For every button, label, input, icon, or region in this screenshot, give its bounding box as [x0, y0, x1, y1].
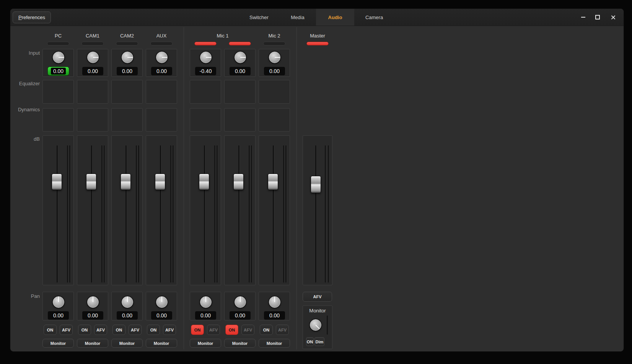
fader-handle[interactable] [268, 174, 278, 190]
input-gain-value[interactable]: -0.40 [195, 67, 216, 75]
monitor-button[interactable]: Monitor [224, 339, 256, 348]
input-gain-value[interactable]: 0.00 [151, 67, 172, 75]
input-gain-knob[interactable] [156, 52, 168, 63]
afv-button[interactable]: AFV [241, 325, 254, 335]
dynamics-panel[interactable] [111, 108, 143, 132]
pan-panel: 0.00 [259, 292, 290, 320]
fader-handle[interactable] [155, 174, 165, 190]
tab-camera[interactable]: Camera [355, 9, 393, 26]
fader-handle[interactable] [86, 174, 96, 190]
minimize-button[interactable] [580, 14, 586, 20]
afv-button[interactable]: AFV [94, 325, 107, 335]
level-meter-right [69, 145, 70, 283]
dynamics-panel[interactable] [77, 108, 108, 132]
input-gain-knob[interactable] [235, 52, 246, 63]
monitor-button[interactable]: Monitor [42, 339, 74, 348]
channel-active-indicator [116, 42, 138, 46]
fader-handle[interactable] [121, 174, 131, 190]
pan-text: 0.00 [195, 311, 216, 320]
afv-button[interactable]: AFV [276, 325, 289, 335]
dynamics-panel[interactable] [42, 108, 74, 132]
pan-value[interactable]: 0.00 [230, 311, 251, 320]
fader-handle[interactable] [199, 174, 209, 190]
pan-value[interactable]: 0.00 [82, 311, 103, 320]
monitor-button[interactable]: Monitor [111, 339, 143, 348]
master-fader-handle[interactable] [311, 176, 321, 193]
channel-active-indicator [263, 42, 285, 46]
equalizer-panel[interactable] [111, 80, 143, 104]
equalizer-panel[interactable] [77, 80, 108, 104]
on-button[interactable]: ON [78, 325, 91, 335]
on-button[interactable]: ON [225, 325, 238, 335]
input-gain-text: 0.00 [82, 67, 103, 75]
equalizer-panel[interactable] [259, 80, 290, 104]
fader-panel [190, 135, 221, 285]
monitor-button[interactable]: Monitor [190, 339, 221, 348]
monitor-button[interactable]: Monitor [259, 339, 290, 348]
on-button[interactable]: ON [44, 325, 57, 335]
pan-value[interactable]: 0.00 [48, 311, 69, 320]
dynamics-panel[interactable] [190, 108, 221, 132]
knob-pointer [93, 297, 93, 302]
channel-strip-pc: 0.00 0.00 ON AFV Monitor [42, 9, 74, 351]
close-button[interactable] [610, 14, 616, 20]
on-button[interactable]: ON [147, 325, 160, 335]
dynamics-panel[interactable] [146, 108, 177, 132]
maximize-button[interactable] [595, 14, 601, 20]
equalizer-panel[interactable] [224, 80, 256, 104]
on-button[interactable]: ON [260, 325, 273, 335]
knob-pointer [93, 57, 98, 58]
pan-knob[interactable] [235, 296, 246, 308]
equalizer-panel[interactable] [190, 80, 221, 104]
input-gain-panel: 0.00 [259, 49, 290, 77]
on-button[interactable]: ON [112, 325, 125, 335]
afv-button[interactable]: AFV [207, 325, 220, 335]
input-gain-panel: 0.00 [77, 49, 108, 77]
pan-value[interactable]: 0.00 [117, 311, 138, 320]
equalizer-panel[interactable] [146, 80, 177, 104]
pan-knob[interactable] [200, 296, 212, 308]
pan-value[interactable]: 0.00 [151, 311, 172, 320]
afv-button[interactable]: AFV [163, 325, 176, 335]
master-afv-button[interactable]: AFV [303, 292, 332, 302]
level-meter-left [214, 145, 215, 283]
dynamics-panel[interactable] [224, 108, 256, 132]
row-label-db: dB [14, 136, 40, 142]
fader-handle[interactable] [233, 174, 244, 190]
pan-value[interactable]: 0.00 [195, 311, 216, 320]
pan-value[interactable]: 0.00 [264, 311, 285, 320]
input-gain-value[interactable]: 0.00 [264, 67, 285, 75]
dynamics-panel[interactable] [259, 108, 290, 132]
pan-text: 0.00 [48, 311, 69, 320]
monitor-volume-knob[interactable] [310, 319, 321, 331]
fader-handle[interactable] [52, 174, 62, 190]
fader-panel [111, 135, 143, 285]
pan-knob[interactable] [53, 296, 64, 308]
tab-audio[interactable]: Audio [316, 9, 354, 26]
input-gain-knob[interactable] [122, 52, 133, 63]
input-gain-value[interactable]: 0.00 [117, 67, 138, 75]
row-label-dynamics: Dynamics [14, 107, 40, 112]
input-gain-value[interactable]: 0.00 [230, 67, 251, 75]
monitor-on-button[interactable]: ON [306, 337, 314, 346]
monitor-section: Monitor ON Dim [303, 306, 332, 349]
monitor-button[interactable]: Monitor [146, 339, 177, 348]
afv-button[interactable]: AFV [129, 325, 142, 335]
equalizer-panel[interactable] [42, 80, 74, 104]
on-button[interactable]: ON [191, 325, 204, 335]
input-gain-knob[interactable] [269, 52, 280, 63]
monitor-dim-button[interactable]: Dim [314, 337, 324, 346]
monitor-button[interactable]: Monitor [77, 339, 108, 348]
input-gain-value[interactable]: 0.00 [82, 67, 103, 75]
pan-knob[interactable] [87, 296, 99, 308]
input-gain-value[interactable]: 0.00 [48, 67, 69, 75]
input-gain-knob[interactable] [87, 52, 99, 63]
pan-knob[interactable] [122, 296, 133, 308]
row-label-pan: Pan [14, 293, 40, 299]
pan-knob[interactable] [269, 296, 280, 308]
input-gain-knob[interactable] [200, 52, 212, 63]
pan-knob[interactable] [156, 296, 168, 308]
input-gain-knob[interactable] [53, 52, 64, 63]
afv-button[interactable]: AFV [60, 325, 73, 335]
fader-panel [259, 135, 290, 285]
